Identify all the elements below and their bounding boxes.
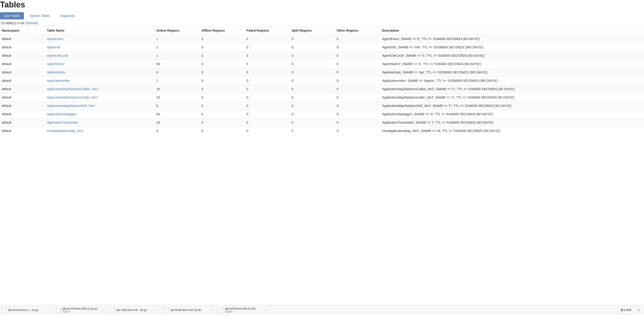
table-row: defaultApplicationStatAggre640000'Applic… — [0, 110, 644, 118]
cell-failed: 0 — [245, 60, 290, 68]
summary-count: 15 table(s) in set. — [1, 21, 26, 25]
cell-table-name: ApiMetaData — [45, 68, 155, 76]
cell-description: 'ApplicationMapStatisticsSelf_Ver2', {NA… — [380, 102, 644, 110]
cell-namespace: default — [0, 93, 45, 102]
cell-online: 64 — [154, 110, 200, 118]
cell-split: 0 — [290, 118, 335, 127]
col-failed-regions: Failed Regions — [245, 26, 290, 35]
cell-online: 1 — [154, 43, 200, 52]
cell-other: 0 — [335, 85, 380, 93]
table-link[interactable]: AgentStatV2 — [47, 62, 65, 66]
cell-other: 0 — [335, 35, 380, 43]
cell-online: 8 — [154, 102, 200, 110]
cell-description: 'AgentInfo', {NAME => 'Info', TTL => '31… — [380, 43, 644, 52]
table-row: defaultApplicationMapStatisticsCaller_Ve… — [0, 93, 644, 102]
cell-other: 0 — [335, 76, 380, 85]
cell-split: 0 — [290, 127, 335, 135]
table-link[interactable]: AgentEvent — [47, 37, 63, 41]
cell-online: 16 — [154, 93, 200, 102]
cell-description: 'AgentLifeCycle', {NAME => 'S', TTL => '… — [380, 52, 644, 60]
cell-failed: 0 — [245, 52, 290, 60]
cell-table-name: ApplicationMapStatisticsCaller_Ver2 — [45, 93, 155, 102]
table-link[interactable]: ApplicationIndex — [47, 79, 70, 82]
cell-namespace: default — [0, 52, 45, 60]
tab-user-tables[interactable]: User Tables — [0, 12, 24, 20]
table-link[interactable]: ApplicationTraceIndex — [47, 121, 78, 124]
col-online-regions: Online Regions — [154, 26, 200, 35]
cell-online: 16 — [154, 85, 200, 93]
cell-description: 'ApplicationMapStatisticsCaller_Ver2', {… — [380, 93, 644, 102]
cell-description: 'HostApplicationMap_Ver2', {NAME => 'M',… — [380, 127, 644, 135]
table-row: defaultApplicationTraceIndex160000'Appli… — [0, 118, 644, 127]
cell-namespace: default — [0, 68, 45, 76]
cell-split: 0 — [290, 93, 335, 102]
table-link[interactable]: AgentLifeCycle — [47, 54, 68, 58]
cell-other: 0 — [335, 118, 380, 127]
cell-namespace: default — [0, 76, 45, 85]
cell-offline: 0 — [200, 76, 245, 85]
cell-online: 4 — [154, 127, 200, 135]
cell-other: 0 — [335, 127, 380, 135]
cell-namespace: default — [0, 127, 45, 135]
table-header-row: Namespace Table Name Online Regions Offl… — [0, 26, 644, 35]
cell-description: 'ApplicationStatAggre', {NAME => 'S', TT… — [380, 110, 644, 118]
cell-failed: 0 — [245, 102, 290, 110]
cell-namespace: default — [0, 35, 45, 43]
table-link[interactable]: HostApplicationMap_Ver2 — [47, 129, 84, 133]
cell-description: 'AgentStatV2', {NAME => 'S', TTL => '518… — [380, 60, 644, 68]
table-row: defaultAgentStatV2640000'AgentStatV2', {… — [0, 60, 644, 68]
cell-offline: 0 — [200, 110, 245, 118]
cell-failed: 0 — [245, 76, 290, 85]
tab-system-tables[interactable]: System Tables — [26, 12, 54, 20]
table-row: defaultHostApplicationMap_Ver240000'Host… — [0, 127, 644, 135]
details-link[interactable]: Details — [27, 21, 36, 25]
tab-snapshots[interactable]: Snapshots — [56, 12, 78, 20]
col-offline-regions: Offline Regions — [200, 26, 245, 35]
cell-split: 0 — [290, 102, 335, 110]
cell-table-name: ApplicationIndex — [45, 76, 155, 85]
col-table-name: Table Name — [45, 26, 155, 35]
cell-description: 'ApplicationMapStatisticsCallee_Ver2', {… — [380, 85, 644, 93]
cell-table-name: AgentLifeCycle — [45, 52, 155, 60]
table-link[interactable]: ApplicationMapStatisticsSelf_Ver2 — [47, 104, 95, 108]
table-link[interactable]: ApiMetaData — [47, 70, 65, 74]
table-row: defaultApplicationIndex10000'Application… — [0, 76, 644, 85]
cell-namespace: default — [0, 85, 45, 93]
cell-description: 'ApplicationIndex', {NAME => 'Agents', T… — [380, 76, 644, 85]
table-row: defaultAgentLifeCycle10000'AgentLifeCycl… — [0, 52, 644, 60]
table-row: defaultApplicationMapStatisticsCallee_Ve… — [0, 85, 644, 93]
cell-offline: 0 — [200, 52, 245, 60]
col-other-regions: Other Regions — [335, 26, 380, 35]
cell-other: 0 — [335, 60, 380, 68]
cell-description: 'ApiMetaData', {NAME => 'Api', TTL => '3… — [380, 68, 644, 76]
cell-failed: 0 — [245, 127, 290, 135]
cell-split: 0 — [290, 76, 335, 85]
cell-table-name: AgentStatV2 — [45, 60, 155, 68]
cell-failed: 0 — [245, 85, 290, 93]
table-link[interactable]: ApplicationMapStatisticsCaller_Ver2 — [47, 96, 98, 99]
cell-split: 0 — [290, 43, 335, 52]
cell-offline: 0 — [200, 118, 245, 127]
cell-offline: 0 — [200, 93, 245, 102]
summary-text: 15 table(s) in set. [Details] — [1, 21, 644, 25]
cell-other: 0 — [335, 68, 380, 76]
cell-online: 1 — [154, 35, 200, 43]
table-link[interactable]: ApplicationMapStatisticsCallee_Ver2 — [47, 87, 98, 91]
page-title: Tables — [0, 0, 644, 10]
cell-namespace: default — [0, 110, 45, 118]
table-link[interactable]: ApplicationStatAggre — [47, 112, 76, 116]
table-link[interactable]: AgentInfo — [47, 46, 60, 49]
cell-table-name: AgentInfo — [45, 43, 155, 52]
cell-split: 0 — [290, 85, 335, 93]
cell-offline: 0 — [200, 43, 245, 52]
cell-table-name: ApplicationMapStatisticsCallee_Ver2 — [45, 85, 155, 93]
cell-online: 8 — [154, 68, 200, 76]
cell-offline: 0 — [200, 85, 245, 93]
cell-namespace: default — [0, 102, 45, 110]
cell-split: 0 — [290, 52, 335, 60]
cell-split: 0 — [290, 35, 335, 43]
cell-other: 0 — [335, 110, 380, 118]
cell-online: 1 — [154, 76, 200, 85]
table-row: defaultAgentEvent10000'AgentEvent', {NAM… — [0, 35, 644, 43]
table-row: defaultAgentInfo10000'AgentInfo', {NAME … — [0, 43, 644, 52]
